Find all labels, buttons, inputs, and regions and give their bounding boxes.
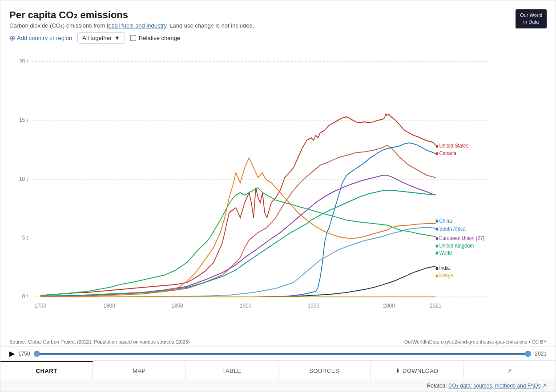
relative-change-checkbox[interactable]	[130, 35, 136, 41]
svg-text:1800: 1800	[103, 302, 115, 309]
end-year-label: 2021	[535, 351, 547, 357]
dropdown-label: All together	[82, 35, 112, 41]
timeline-slider[interactable]	[34, 353, 532, 355]
china-line	[40, 143, 436, 297]
related-bar: Related: CO₂ data: sources, methods and …	[0, 380, 556, 392]
controls-row: ⊕ Add country or region All together ▼ R…	[9, 32, 547, 44]
play-button[interactable]: ▶	[9, 349, 15, 358]
orange-line	[40, 158, 436, 297]
india-line	[40, 267, 436, 297]
svg-text:1950: 1950	[308, 302, 320, 309]
svg-text:1900: 1900	[240, 302, 252, 309]
tab-table-label: TABLE	[222, 368, 242, 374]
svg-point-30	[435, 237, 438, 240]
svg-text:Kenya: Kenya	[439, 272, 453, 279]
tab-chart[interactable]: CHART	[0, 361, 93, 380]
chevron-down-icon: ▼	[114, 35, 120, 41]
slider-thumb-right[interactable]	[525, 351, 531, 357]
chart-subtitle: Carbon dioxide (CO₂) emissions from foss…	[9, 22, 254, 29]
svg-text:2000: 2000	[383, 302, 395, 309]
share-icon: ↗	[507, 368, 512, 374]
plus-icon: ⊕	[9, 34, 15, 42]
svg-text:China: China	[439, 217, 452, 224]
svg-text:Canada: Canada	[439, 150, 456, 156]
source-text: Source: Global Carbon Project (2022); Po…	[9, 339, 189, 344]
chart-title: Per capita CO₂ emissions	[9, 9, 254, 21]
tab-sources[interactable]: SOURCES	[278, 361, 371, 380]
start-year-label: 1750	[18, 351, 30, 357]
svg-point-33	[435, 267, 438, 270]
source-url: OurWorldInData.org/co2-and-greenhouse-ga…	[404, 339, 547, 344]
timeline-controls[interactable]: ▶ 1750 2021	[0, 346, 556, 360]
svg-text:10 t: 10 t	[19, 175, 28, 182]
tab-chart-label: CHART	[36, 368, 57, 374]
tab-map[interactable]: MAP	[93, 361, 185, 380]
tab-download-label: DOWNLOAD	[403, 368, 439, 374]
svg-text:0 t: 0 t	[22, 293, 28, 300]
uk-line	[40, 188, 436, 295]
download-icon: ⬇	[395, 368, 401, 374]
tab-map-label: MAP	[133, 368, 146, 374]
svg-text:1750: 1750	[35, 302, 47, 309]
tab-sources-label: SOURCES	[309, 368, 339, 374]
svg-text:India: India	[439, 265, 450, 271]
owid-logo: Our World in Data	[516, 9, 547, 28]
all-together-dropdown[interactable]: All together ▼	[77, 32, 125, 44]
svg-text:World: World	[439, 249, 451, 256]
svg-point-34	[435, 275, 438, 278]
svg-text:5 t: 5 t	[22, 234, 28, 241]
svg-text:15 t: 15 t	[19, 116, 28, 123]
svg-text:South Africa: South Africa	[439, 225, 466, 232]
chart-svg: 20 t 15 t 10 t 5 t 0 t 1750 1800 1850 19…	[9, 48, 547, 337]
svg-point-31	[435, 244, 438, 248]
related-link[interactable]: CO₂ data: sources, methods and FAQs	[448, 383, 541, 389]
source-row: Source: Global Carbon Project (2022); Po…	[0, 337, 556, 346]
add-country-button[interactable]: ⊕ Add country or region	[9, 34, 72, 42]
svg-point-26	[435, 145, 438, 148]
svg-point-27	[435, 152, 438, 156]
canada-line	[40, 145, 436, 296]
svg-point-28	[435, 220, 438, 223]
svg-point-32	[435, 252, 438, 255]
svg-point-29	[435, 228, 438, 231]
svg-text:United States: United States	[439, 143, 468, 149]
subtitle-link[interactable]: fossil fuels and industry	[107, 22, 166, 29]
tab-share[interactable]: ↗	[463, 361, 556, 380]
tab-table[interactable]: TABLE	[185, 361, 278, 380]
tab-download[interactable]: ⬇ DOWNLOAD	[371, 361, 463, 380]
svg-text:United Kingdom: United Kingdom	[439, 242, 474, 248]
eu-line	[40, 175, 436, 296]
svg-text:20 t: 20 t	[19, 57, 28, 64]
subtitle-pre: Carbon dioxide (CO₂) emissions from	[9, 22, 107, 29]
slider-thumb-left[interactable]	[34, 351, 40, 357]
svg-text:European Union (27): European Union (27)	[439, 235, 484, 241]
relative-change-text: Relative change	[139, 35, 180, 41]
external-link-icon: ↗	[542, 383, 547, 389]
svg-text:2021: 2021	[430, 302, 442, 309]
world-line	[40, 190, 436, 296]
related-pre: Related:	[427, 383, 448, 389]
tab-bar: CHART MAP TABLE SOURCES ⬇ DOWNLOAD ↗	[0, 360, 556, 380]
relative-change-label[interactable]: Relative change	[130, 35, 180, 41]
svg-text:1850: 1850	[171, 302, 183, 309]
graph-container: 20 t 15 t 10 t 5 t 0 t 1750 1800 1850 19…	[9, 48, 547, 337]
add-country-label: Add country or region	[17, 35, 72, 41]
subtitle-post: . Land use change is not included.	[166, 22, 254, 29]
